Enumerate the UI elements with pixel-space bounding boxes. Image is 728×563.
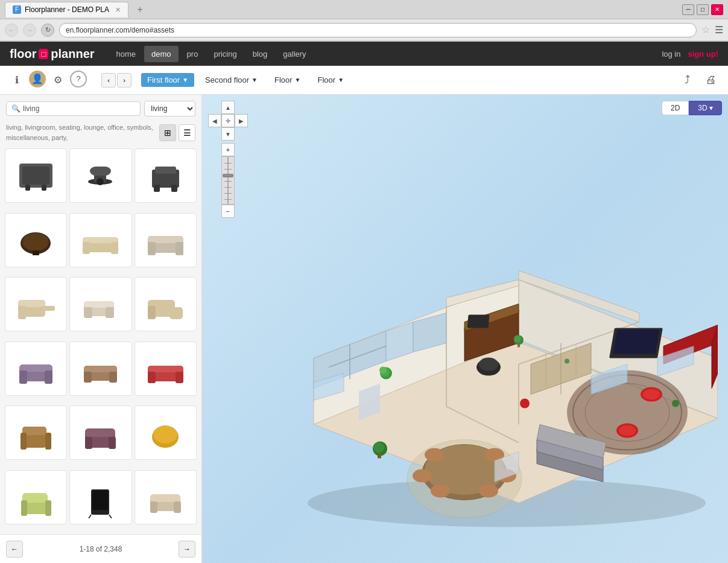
search-input-wrap: 🔍 [6, 101, 141, 116]
list-item[interactable] [135, 213, 197, 267]
search-input[interactable] [23, 104, 135, 113]
svg-rect-88 [613, 329, 659, 354]
list-item[interactable] [135, 406, 197, 460]
nav-demo[interactable]: demo [144, 46, 179, 62]
zoom-in-btn[interactable]: + [221, 143, 235, 156]
prev-page-btn[interactable]: ← [6, 541, 23, 558]
new-tab-btn[interactable]: + [132, 2, 148, 17]
signup-link[interactable]: sign up! [688, 49, 718, 59]
nav-links: home demo pro pricing blog gallery [109, 46, 662, 62]
logo-icon: □ [39, 49, 48, 59]
svg-point-56 [153, 425, 177, 444]
floor-tab-second[interactable]: Second floor ▼ [199, 73, 264, 87]
list-item[interactable] [69, 148, 131, 203]
list-item[interactable] [5, 342, 67, 396]
logo: floor □ planner [10, 47, 95, 61]
pan-down-btn[interactable]: ▼ [221, 127, 235, 141]
next-page-btn[interactable]: → [179, 541, 195, 558]
pan-right-btn[interactable]: ▶ [235, 114, 248, 127]
list-view-btn[interactable]: ☰ [179, 124, 195, 141]
pan-up-btn[interactable]: ▲ [221, 101, 235, 114]
list-item[interactable] [69, 277, 131, 331]
2d-view-btn[interactable]: 2D [662, 101, 689, 115]
list-item[interactable] [135, 277, 197, 331]
list-item[interactable] [5, 470, 67, 524]
svg-rect-2 [25, 185, 30, 191]
window-controls: ─ □ ✕ [682, 4, 723, 15]
svg-rect-29 [84, 301, 114, 308]
user-icon-btn[interactable]: 👤 [29, 71, 46, 87]
svg-rect-30 [84, 307, 92, 318]
list-item[interactable] [5, 277, 67, 331]
svg-line-64 [109, 515, 112, 518]
help-icon-btn[interactable]: ? [70, 71, 87, 87]
svg-rect-41 [84, 372, 92, 383]
nav-blog[interactable]: blog [245, 46, 275, 62]
title-bar: F Floorplanner - DEMO PLA ✕ + ─ □ ✕ [0, 0, 728, 19]
floor-nav-next[interactable]: › [117, 73, 131, 87]
tab-favicon: F [13, 5, 21, 14]
maximize-btn[interactable]: □ [697, 4, 709, 15]
svg-point-120 [373, 442, 384, 453]
floor-nav-prev[interactable]: ‹ [101, 73, 116, 87]
svg-rect-60 [45, 500, 51, 516]
nav-right: log in sign up! [662, 49, 718, 59]
browser-menu-btn[interactable]: ☰ [715, 24, 723, 36]
tab-close-btn[interactable]: ✕ [115, 6, 121, 14]
svg-point-95 [479, 357, 498, 371]
floor-tab-third[interactable]: Floor ▼ [268, 73, 307, 87]
list-item[interactable] [69, 470, 131, 524]
share-btn[interactable]: ⤴ [677, 71, 697, 90]
nav-pricing[interactable]: pricing [206, 46, 244, 62]
list-item[interactable] [5, 148, 67, 203]
grid-view-btn[interactable]: ⊞ [159, 124, 176, 141]
floor-tab-second-arrow: ▼ [252, 77, 258, 83]
svg-rect-38 [45, 371, 52, 384]
list-item[interactable] [135, 148, 197, 203]
minimize-btn[interactable]: ─ [682, 4, 694, 15]
list-item[interactable] [69, 406, 131, 460]
back-btn[interactable]: ← [5, 24, 18, 37]
zoom-slider[interactable] [221, 156, 235, 205]
list-item[interactable] [135, 470, 197, 524]
close-btn[interactable]: ✕ [711, 4, 723, 15]
url-input[interactable]: en.floorplanner.com/demo#assets [59, 23, 697, 37]
svg-rect-11 [171, 185, 177, 192]
logo-text-planner: planner [51, 47, 94, 61]
list-item[interactable] [69, 213, 131, 267]
settings-icon-btn[interactable]: ⚙ [48, 71, 68, 90]
address-bar: ← → ↻ en.floorplanner.com/demo#assets ☆ … [0, 19, 728, 41]
list-item[interactable] [69, 342, 131, 396]
list-item[interactable] [5, 213, 67, 267]
nav-home[interactable]: home [109, 46, 144, 62]
bookmark-btn[interactable]: ☆ [701, 24, 710, 36]
svg-rect-23 [176, 242, 183, 255]
svg-point-132 [565, 358, 569, 363]
nav-pro[interactable]: pro [180, 46, 206, 62]
refresh-btn[interactable]: ↻ [41, 24, 54, 37]
toolbar-icons: ℹ 👤 ⚙ ? [7, 71, 87, 90]
nav-gallery[interactable]: gallery [276, 46, 313, 62]
svg-point-13 [22, 233, 49, 251]
category-select[interactable]: living bedroom kitchen bathroom office o… [144, 101, 195, 116]
list-item[interactable] [5, 406, 67, 460]
floor-plan-svg [265, 153, 718, 545]
toolbar: ℹ 👤 ⚙ ? ‹ › First floor ▼ Second floor ▼… [0, 66, 728, 95]
forward-btn[interactable]: → [23, 24, 36, 37]
svg-rect-46 [176, 372, 183, 383]
info-icon-btn[interactable]: ℹ [7, 71, 27, 90]
print-btn[interactable]: 🖨 [701, 71, 721, 90]
floor-tab-first[interactable]: First floor ▼ [141, 73, 194, 87]
browser-tab[interactable]: F Floorplanner - DEMO PLA ✕ [5, 2, 128, 17]
page-info: 1-18 of 2,348 [80, 545, 122, 553]
list-item[interactable] [135, 342, 197, 396]
3d-view-btn[interactable]: 3D ▾ [689, 101, 722, 115]
svg-rect-37 [19, 371, 27, 384]
floor-tab-fourth[interactable]: Floor ▼ [312, 73, 350, 87]
pan-center-btn[interactable]: ✛ [221, 114, 235, 127]
svg-rect-62 [92, 491, 108, 510]
pan-left-btn[interactable]: ◀ [208, 114, 221, 127]
svg-rect-67 [150, 501, 157, 513]
login-link[interactable]: log in [662, 49, 680, 59]
zoom-out-btn[interactable]: − [221, 205, 235, 218]
